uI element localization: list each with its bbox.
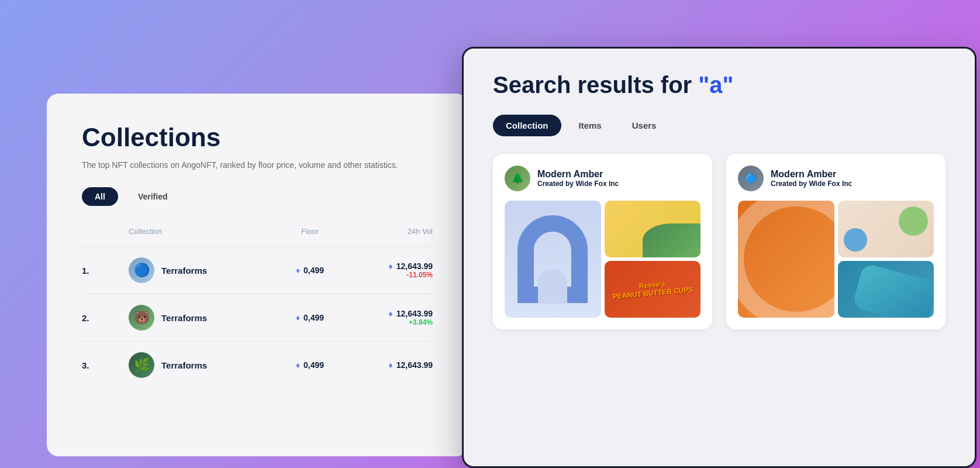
collection-name: Terraforms xyxy=(161,360,207,370)
card-small-image-2: Reese'sPEANUT BUTTER CUPS xyxy=(605,261,701,318)
floor-value: 0,499 xyxy=(303,360,324,370)
card-creator-prefix: Created by xyxy=(771,180,807,188)
search-tabs: Collection Items Users xyxy=(493,115,946,136)
collection-avatar: 🌿 xyxy=(129,352,154,378)
nft-card[interactable]: 🔷 Modern Amber Created by Wide Fox Inc xyxy=(726,154,946,329)
eth-icon: ♦ xyxy=(389,261,393,271)
row-floor: ♦ 0,499 xyxy=(275,313,345,322)
floor-value: 0,499 xyxy=(303,266,324,275)
col-header-collection: Collection xyxy=(129,227,275,236)
search-query: "a" xyxy=(698,72,733,98)
card-small-image-2 xyxy=(838,261,934,318)
row-vol: ♦ 12,643.99 -11.05% xyxy=(345,261,433,279)
vol-change: +3.84% xyxy=(345,318,433,326)
reeses-label: Reese'sPEANUT BUTTER CUPS xyxy=(612,277,693,301)
filter-buttons: All Verified xyxy=(82,187,433,206)
collection-avatar: 🔵 xyxy=(129,257,154,283)
table-row: 1. 🔵 Terraforms ♦ 0,499 ♦ 12,643.99 -11.… xyxy=(82,246,433,294)
card-small-image-1 xyxy=(838,201,934,257)
card-main-image xyxy=(738,201,834,318)
collections-title: Collections xyxy=(82,123,433,152)
search-title-prefix: Search results for xyxy=(493,72,698,98)
collection-name: Terraforms xyxy=(161,313,207,323)
card-creator: Created by Wide Fox Inc xyxy=(537,180,619,188)
card-creator-name: Wide Fox Inc xyxy=(809,180,852,188)
tab-collection[interactable]: Collection xyxy=(493,115,561,136)
row-collection: 🐻 Terraforms xyxy=(129,305,275,331)
card-header: 🔷 Modern Amber Created by Wide Fox Inc xyxy=(738,166,934,191)
table-row: 2. 🐻 Terraforms ♦ 0,499 ♦ 12,643.99 +3.8… xyxy=(82,294,433,341)
vol-value: 12,643.99 xyxy=(396,261,433,271)
filter-verified-button[interactable]: Verified xyxy=(125,187,181,206)
col-header-vol: 24h Vol xyxy=(345,227,433,236)
eth-icon: ♦ xyxy=(389,309,393,318)
filter-all-button[interactable]: All xyxy=(82,187,118,206)
row-collection: 🌿 Terraforms xyxy=(129,352,275,378)
left-panel: Collections The top NFT collections on A… xyxy=(47,94,468,456)
card-header: 🌲 Modern Amber Created by Wide Fox Inc xyxy=(505,166,701,191)
vol-change: -11.05% xyxy=(345,271,433,279)
eth-icon: ♦ xyxy=(296,313,300,322)
card-small-image-1 xyxy=(605,201,701,257)
collection-name: Terraforms xyxy=(161,266,207,276)
right-device-panel: Search results for "a" Collection Items … xyxy=(462,47,976,468)
row-number: 2. xyxy=(82,313,129,323)
eth-icon: ♦ xyxy=(296,360,300,370)
card-avatar: 🌲 xyxy=(505,166,530,191)
row-vol: ♦ 12,643.99 xyxy=(345,360,433,370)
collection-avatar: 🐻 xyxy=(129,305,154,331)
card-info: Modern Amber Created by Wide Fox Inc xyxy=(771,169,852,188)
col-header-floor: Floor xyxy=(275,227,345,236)
row-floor: ♦ 0,499 xyxy=(275,360,345,370)
card-info: Modern Amber Created by Wide Fox Inc xyxy=(537,169,619,188)
row-number: 3. xyxy=(82,360,129,370)
card-name: Modern Amber xyxy=(771,169,852,180)
nft-card[interactable]: 🌲 Modern Amber Created by Wide Fox Inc xyxy=(493,154,712,329)
eth-icon: ♦ xyxy=(389,360,393,370)
card-creator-prefix: Created by xyxy=(537,180,574,188)
row-vol: ♦ 12,643.99 +3.84% xyxy=(345,309,433,326)
card-images: Reese'sPEANUT BUTTER CUPS xyxy=(505,201,701,318)
eth-icon: ♦ xyxy=(296,266,300,275)
cards-row: 🌲 Modern Amber Created by Wide Fox Inc xyxy=(493,154,946,329)
table-row: 3. 🌿 Terraforms ♦ 0,499 ♦ 12,643.99 xyxy=(82,341,433,388)
tab-users[interactable]: Users xyxy=(619,115,670,136)
row-floor: ♦ 0,499 xyxy=(275,266,345,275)
card-name: Modern Amber xyxy=(537,169,619,180)
table-header: Collection Floor 24h Vol xyxy=(82,227,433,242)
row-collection: 🔵 Terraforms xyxy=(129,257,275,283)
vol-value: 12,643.99 xyxy=(396,360,433,370)
row-number: 1. xyxy=(82,266,129,276)
card-images xyxy=(738,201,934,318)
floor-value: 0,499 xyxy=(303,313,324,322)
card-creator: Created by Wide Fox Inc xyxy=(771,180,852,188)
tab-items[interactable]: Items xyxy=(566,115,615,136)
collections-subtitle: The top NFT collections on AngoNFT, rank… xyxy=(82,160,433,170)
card-creator-name: Wide Fox Inc xyxy=(575,180,619,188)
card-main-image xyxy=(505,201,601,318)
vol-value: 12,643.99 xyxy=(396,309,433,318)
search-results-title: Search results for "a" xyxy=(493,72,946,98)
card-avatar: 🔷 xyxy=(738,166,764,191)
